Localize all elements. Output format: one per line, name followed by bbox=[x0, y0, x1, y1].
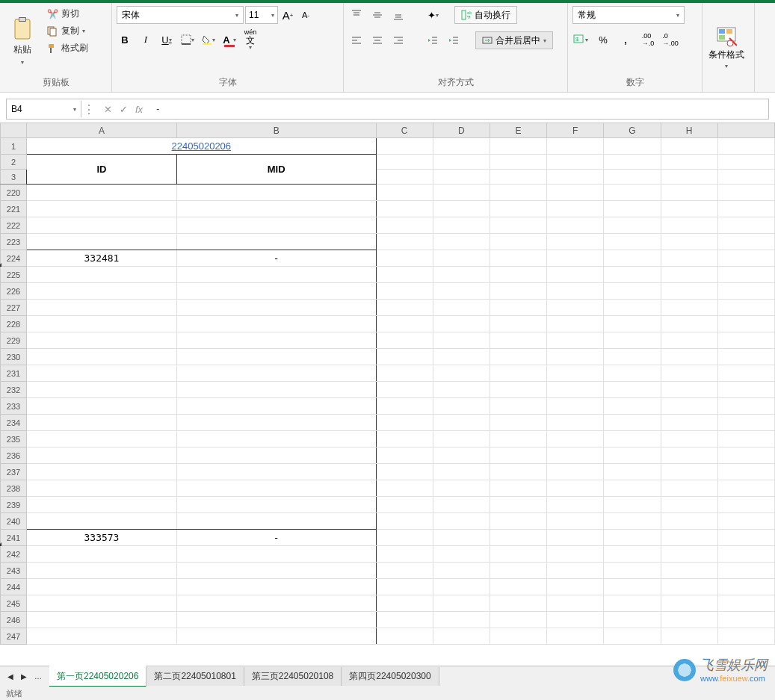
row-header[interactable]: 3 bbox=[1, 170, 27, 185]
cell[interactable] bbox=[176, 267, 376, 283]
cell[interactable] bbox=[27, 513, 177, 530]
cell[interactable] bbox=[27, 546, 177, 563]
row-header[interactable]: 236 bbox=[1, 447, 27, 464]
cell[interactable]: 333573 bbox=[27, 530, 177, 546]
enter-icon[interactable]: ✓ bbox=[120, 104, 128, 115]
cell[interactable] bbox=[176, 612, 376, 628]
decrease-decimal-button[interactable]: .0→.00 bbox=[662, 31, 679, 48]
cell[interactable] bbox=[27, 267, 177, 283]
cell[interactable] bbox=[176, 431, 376, 447]
align-top-button[interactable] bbox=[348, 7, 365, 23]
col-header[interactable]: F bbox=[547, 123, 604, 138]
row-header[interactable]: 243 bbox=[1, 563, 27, 579]
cell[interactable] bbox=[176, 234, 376, 250]
cell[interactable] bbox=[27, 612, 177, 628]
paste-button[interactable]: 粘贴 ▾ bbox=[4, 6, 40, 76]
row-header[interactable]: 221 bbox=[1, 201, 27, 217]
name-box[interactable]: B4 ▾ bbox=[7, 101, 81, 117]
outdent-button[interactable] bbox=[424, 32, 441, 49]
wrap-text-button[interactable]: ab 自动换行 bbox=[454, 6, 517, 24]
cell[interactable] bbox=[176, 365, 376, 382]
col-header[interactable]: D bbox=[433, 123, 490, 138]
align-right-button[interactable] bbox=[390, 32, 407, 49]
format-painter-button[interactable]: 格式刷 bbox=[43, 40, 91, 56]
align-center-button[interactable] bbox=[369, 32, 386, 49]
row-header[interactable]: 241 bbox=[1, 530, 27, 546]
cancel-icon[interactable]: ✕ bbox=[104, 104, 112, 115]
row-header[interactable]: 239 bbox=[1, 497, 27, 513]
cell[interactable] bbox=[176, 316, 376, 332]
cell[interactable] bbox=[27, 431, 177, 447]
accounting-button[interactable]: $▾ bbox=[572, 31, 589, 48]
orientation-button[interactable]: ✦▾ bbox=[424, 7, 441, 23]
fill-color-button[interactable]: ▾ bbox=[200, 31, 217, 48]
sheet-tab[interactable]: 第四页22405020300 bbox=[342, 667, 439, 686]
number-format-combo[interactable]: 常规 ▾ bbox=[572, 6, 685, 24]
bold-button[interactable]: B bbox=[117, 31, 133, 48]
row-header[interactable]: 232 bbox=[1, 382, 27, 398]
cell[interactable] bbox=[27, 349, 177, 365]
indent-button[interactable] bbox=[445, 32, 462, 49]
row-header[interactable]: 244 bbox=[1, 579, 27, 595]
row-header[interactable]: 225 bbox=[1, 267, 27, 283]
cell[interactable] bbox=[27, 447, 177, 464]
cell[interactable] bbox=[27, 595, 177, 612]
row-header[interactable]: 245 bbox=[1, 595, 27, 612]
cell[interactable] bbox=[176, 217, 376, 234]
select-all-corner[interactable] bbox=[1, 123, 27, 138]
sheet-tab-active[interactable]: 第一页22405020206 bbox=[49, 666, 146, 687]
cell[interactable] bbox=[176, 628, 376, 645]
cell[interactable] bbox=[27, 185, 177, 201]
tab-next-button[interactable]: ▶ bbox=[18, 669, 30, 684]
cell[interactable] bbox=[27, 464, 177, 480]
tab-menu-button[interactable]: … bbox=[31, 669, 45, 684]
row-header[interactable]: 233 bbox=[1, 398, 27, 415]
row-header[interactable]: 242 bbox=[1, 546, 27, 563]
cell[interactable] bbox=[176, 480, 376, 497]
col-header[interactable]: A bbox=[27, 123, 177, 138]
row-header[interactable]: 222 bbox=[1, 217, 27, 234]
row-header[interactable]: 246 bbox=[1, 612, 27, 628]
row-header[interactable]: 223 bbox=[1, 234, 27, 250]
cell[interactable] bbox=[176, 563, 376, 579]
increase-decimal-button[interactable]: .00→.0 bbox=[640, 31, 656, 48]
phonetic-button[interactable]: wén文▾ bbox=[242, 31, 259, 48]
row-header[interactable]: 1 bbox=[1, 138, 27, 155]
cell[interactable] bbox=[27, 201, 177, 217]
tab-prev-button[interactable]: ◀ bbox=[4, 669, 16, 684]
fx-icon[interactable]: fx bbox=[135, 104, 143, 115]
cell[interactable] bbox=[176, 546, 376, 563]
header-mid[interactable]: MID bbox=[176, 155, 376, 185]
cell[interactable] bbox=[27, 332, 177, 349]
row-header[interactable]: 238 bbox=[1, 480, 27, 497]
italic-button[interactable]: I bbox=[138, 31, 154, 48]
cell[interactable] bbox=[176, 349, 376, 365]
cell[interactable] bbox=[27, 217, 177, 234]
increase-font-button[interactable]: A+ bbox=[280, 7, 296, 23]
merge-center-button[interactable]: 合并后居中▾ bbox=[475, 31, 553, 49]
col-header[interactable]: E bbox=[490, 123, 546, 138]
copy-button[interactable]: 复制▾ bbox=[43, 23, 91, 39]
row-header[interactable]: 235 bbox=[1, 431, 27, 447]
cell[interactable] bbox=[27, 628, 177, 645]
cell[interactable] bbox=[27, 234, 177, 250]
row-header[interactable]: 228 bbox=[1, 316, 27, 332]
cell[interactable] bbox=[176, 332, 376, 349]
cell[interactable] bbox=[27, 382, 177, 398]
conditional-format-button[interactable]: 条件格式 ▾ bbox=[707, 6, 746, 89]
underline-button[interactable]: U▾ bbox=[158, 31, 175, 48]
font-color-button[interactable]: A▾ bbox=[221, 31, 238, 48]
col-header[interactable]: B bbox=[176, 123, 376, 138]
cell[interactable] bbox=[176, 464, 376, 480]
formula-input[interactable]: - bbox=[150, 104, 768, 114]
cell[interactable] bbox=[176, 398, 376, 415]
row-header[interactable]: 224 bbox=[1, 250, 27, 267]
cell[interactable] bbox=[27, 365, 177, 382]
cell[interactable] bbox=[27, 300, 177, 316]
align-middle-button[interactable] bbox=[369, 7, 386, 23]
cell[interactable] bbox=[176, 415, 376, 431]
cell[interactable] bbox=[176, 447, 376, 464]
cell[interactable]: - bbox=[176, 530, 376, 546]
percent-button[interactable]: % bbox=[595, 31, 611, 48]
row-header[interactable]: 2 bbox=[1, 155, 27, 170]
